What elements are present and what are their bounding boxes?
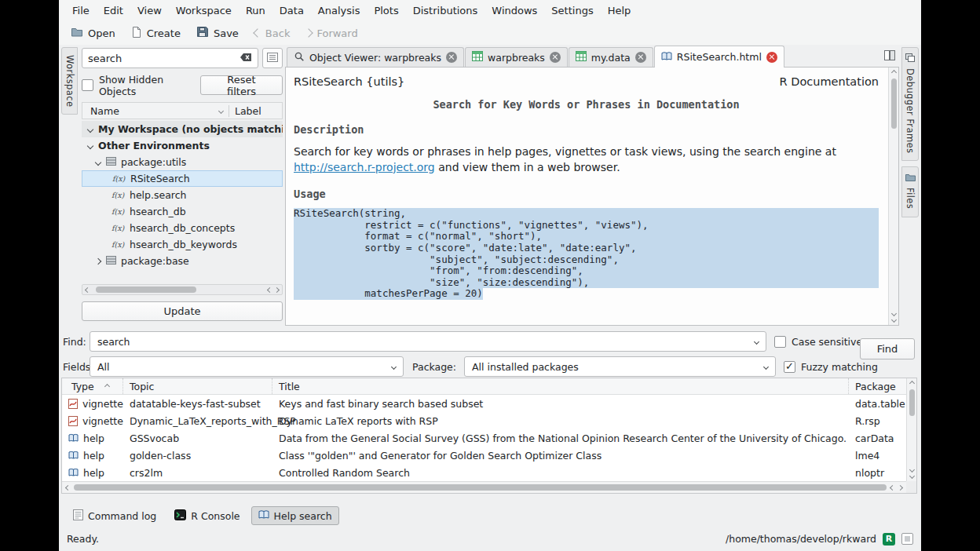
result-row[interactable]: help golden-class Class '"golden"' and G… <box>62 447 906 464</box>
tab-r-console[interactable]: R Console <box>167 506 247 525</box>
expander-icon[interactable] <box>95 257 101 264</box>
reset-filters-button[interactable]: Reset filters <box>200 75 283 95</box>
label-column-header[interactable]: Label <box>235 105 276 117</box>
scroll-left-icon[interactable] <box>65 484 71 490</box>
scroll-down-icon[interactable] <box>909 473 914 479</box>
tree-item-hsearch-db[interactable]: f(x) hsearch_db <box>82 203 283 220</box>
menu-workspace[interactable]: Workspace <box>169 0 239 21</box>
results-v-scrollbar[interactable] <box>906 378 916 481</box>
tab-warpbreaks[interactable]: warpbreaks <box>465 47 568 67</box>
create-button[interactable]: Create <box>124 23 188 43</box>
show-hidden-checkbox[interactable] <box>82 79 93 91</box>
scroll-up-icon[interactable] <box>909 381 914 386</box>
object-search-input[interactable]: search <box>82 48 258 68</box>
clear-search-icon[interactable] <box>240 53 252 64</box>
result-row[interactable]: help GSSvocab Data from the General Soci… <box>62 429 906 447</box>
package-select[interactable]: All installed packages <box>464 356 776 377</box>
tab-my-data[interactable]: my.data <box>569 47 653 67</box>
open-button[interactable]: Open <box>64 23 122 43</box>
menu-run[interactable]: Run <box>239 0 272 21</box>
tree-item-other-environments[interactable]: Other Environments <box>82 137 283 154</box>
expander-icon[interactable] <box>87 142 93 148</box>
tree-item-hsearch-db-concepts[interactable]: f(x) hsearch_db_concepts <box>82 220 283 236</box>
tab-command-log[interactable]: Command log <box>66 506 163 525</box>
tab-object-viewer-warpbreaks[interactable]: Object Viewer: warpbreaks <box>287 47 464 67</box>
tree-item-package-utils[interactable]: package:utils <box>82 154 283 170</box>
result-row[interactable]: vignette datatable-keys-fast-subset Keys… <box>62 395 906 412</box>
scrollbar-thumb[interactable] <box>74 484 887 491</box>
tab-files[interactable]: Files <box>901 166 919 217</box>
result-row[interactable]: help crs2lm Controlled Random Search nlo… <box>62 464 906 481</box>
tab-debugger-frames[interactable]: Debugger Frames <box>901 47 919 161</box>
close-tab-icon[interactable] <box>635 52 646 63</box>
usage-code-block[interactable]: RSiteSearch(string, restrict = c("functi… <box>294 208 879 300</box>
search-r-project-link[interactable]: http://search.r-project.org <box>294 161 435 173</box>
tree-item-my-workspace[interactable]: My Workspace (no objects matching filter <box>82 121 283 137</box>
statusbar-widget-icon[interactable] <box>901 533 913 545</box>
close-tab-icon[interactable] <box>446 52 457 63</box>
scroll-right-icon[interactable] <box>274 286 280 292</box>
type-column-header[interactable]: Type <box>62 378 123 394</box>
tree-item-hsearch-db-keywords[interactable]: f(x) hsearch_db_keywords <box>82 236 283 253</box>
tab-help-search[interactable]: Help search <box>251 506 339 525</box>
filter-options-button[interactable] <box>262 48 283 68</box>
menu-file[interactable]: File <box>65 0 97 21</box>
title-column-header[interactable]: Title <box>272 378 849 394</box>
tree-column-header[interactable]: Name Label <box>82 102 283 119</box>
doc-header-left: RSiteSearch {utils} <box>294 75 404 88</box>
tab-rsitesearch-html[interactable]: RSiteSearch.html <box>654 46 784 68</box>
scroll-right-icon[interactable] <box>898 484 903 490</box>
scrollbar-thumb[interactable] <box>891 78 897 129</box>
menu-edit[interactable]: Edit <box>97 0 130 21</box>
forward-button[interactable]: Forward <box>298 23 364 43</box>
expander-icon[interactable] <box>87 126 93 132</box>
menu-plots[interactable]: Plots <box>367 0 405 21</box>
update-button[interactable]: Update <box>82 301 283 321</box>
scroll-down-icon[interactable] <box>890 311 896 316</box>
close-tab-icon[interactable] <box>550 52 561 63</box>
tree-item-rsitesearch[interactable]: f(x) RSiteSearch <box>82 170 283 187</box>
expander-icon[interactable] <box>95 159 101 165</box>
fuzzy-matching-checkbox[interactable] <box>784 361 795 373</box>
result-topic: crs2lm <box>123 467 272 479</box>
document-v-scrollbar[interactable] <box>888 68 898 325</box>
save-button[interactable]: Save <box>189 23 246 43</box>
scroll-down-icon[interactable] <box>909 467 914 473</box>
back-button[interactable]: Back <box>247 23 298 43</box>
name-column-header[interactable]: Name <box>90 105 219 117</box>
tree-item-package-base[interactable]: package:base <box>82 253 283 269</box>
menu-windows[interactable]: Windows <box>485 0 544 21</box>
close-tab-icon[interactable] <box>766 52 777 63</box>
chevron-down-icon[interactable] <box>763 363 769 369</box>
scroll-left-icon[interactable] <box>267 286 272 292</box>
column-divider[interactable] <box>229 105 229 117</box>
workspace-h-scrollbar[interactable] <box>82 284 283 295</box>
menu-settings[interactable]: Settings <box>544 0 600 21</box>
scroll-down-icon[interactable] <box>890 317 896 323</box>
scrollbar-thumb[interactable] <box>96 286 196 293</box>
menu-data[interactable]: Data <box>272 0 311 21</box>
menu-analysis[interactable]: Analysis <box>311 0 368 21</box>
topic-column-header[interactable]: Topic <box>123 378 272 394</box>
fields-select[interactable]: All <box>90 356 404 377</box>
find-button[interactable]: Find <box>860 338 915 359</box>
result-row[interactable]: vignette Dynamic_LaTeX_reports_with_RSP … <box>62 412 906 429</box>
r-engine-status-icon[interactable]: R <box>883 533 895 546</box>
split-view-button[interactable] <box>884 50 895 63</box>
chevron-down-icon[interactable] <box>391 363 397 369</box>
menu-view[interactable]: View <box>130 0 169 21</box>
find-input[interactable]: search <box>90 331 766 352</box>
scrollbar-thumb[interactable] <box>909 389 915 416</box>
results-h-scrollbar[interactable] <box>62 481 906 493</box>
sort-dropdown-icon[interactable] <box>218 108 224 113</box>
case-sensitive-checkbox[interactable] <box>774 336 786 348</box>
package-column-header[interactable]: Package <box>849 378 906 394</box>
tree-item-help-search[interactable]: f(x) help.search <box>82 187 283 203</box>
tab-workspace[interactable]: Workspace <box>61 47 78 115</box>
chevron-down-icon[interactable] <box>754 338 759 344</box>
menu-distributions[interactable]: Distributions <box>406 0 485 21</box>
scroll-left-icon[interactable] <box>890 484 895 490</box>
menu-help[interactable]: Help <box>601 0 638 21</box>
scroll-left-icon[interactable] <box>85 286 90 292</box>
scroll-up-icon[interactable] <box>890 70 896 75</box>
